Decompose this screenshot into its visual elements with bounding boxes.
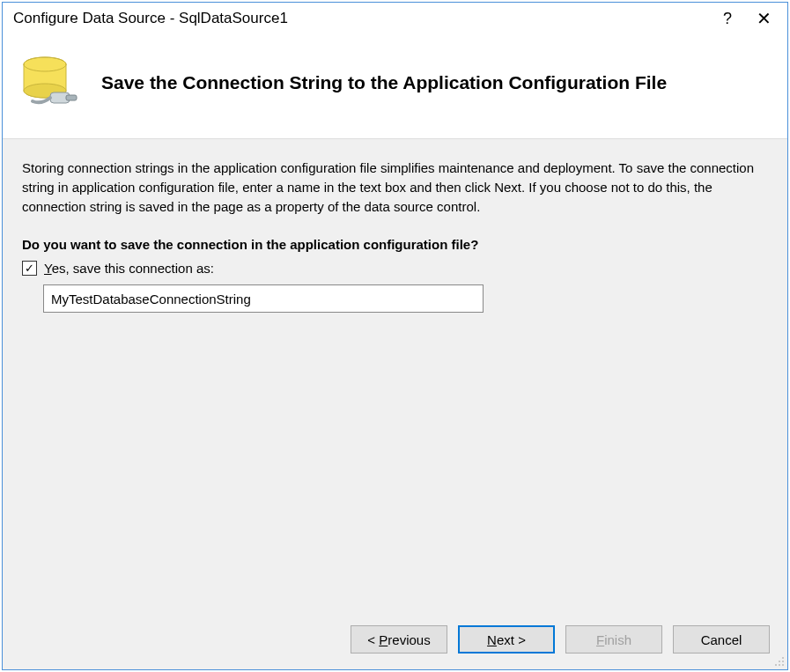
svg-point-7: [782, 661, 784, 662]
svg-point-5: [782, 657, 784, 659]
help-icon[interactable]: ?: [723, 11, 732, 26]
database-icon: [15, 48, 84, 117]
cancel-button[interactable]: Cancel: [673, 625, 770, 654]
svg-point-9: [779, 664, 780, 666]
resize-grip-icon[interactable]: [772, 654, 785, 667]
save-connection-label[interactable]: Yes, save this connection as:: [44, 261, 214, 276]
svg-point-6: [779, 661, 780, 662]
svg-point-8: [775, 664, 777, 666]
titlebar: Configure Data Source - SqlDataSource1 ?…: [3, 3, 787, 33]
close-icon[interactable]: ✕: [757, 10, 777, 27]
wizard-content: Storing connection strings in the applic…: [3, 138, 787, 613]
page-title: Save the Connection String to the Applic…: [101, 72, 667, 93]
next-button[interactable]: Next >: [458, 625, 555, 654]
finish-button: Finish: [565, 625, 662, 654]
save-connection-checkbox[interactable]: ✓: [22, 261, 37, 276]
save-connection-row: ✓ Yes, save this connection as:: [22, 261, 768, 276]
description-text: Storing connection strings in the applic…: [22, 159, 768, 216]
question-text: Do you want to save the connection in th…: [22, 237, 768, 252]
connection-name-input[interactable]: [43, 284, 484, 313]
content-spacer: [22, 313, 768, 604]
titlebar-controls: ? ✕: [723, 10, 777, 27]
previous-button[interactable]: < Previous: [351, 625, 447, 654]
svg-point-10: [782, 664, 784, 666]
svg-rect-4: [66, 95, 77, 100]
wizard-header: Save the Connection String to the Applic…: [3, 33, 787, 138]
window-title: Configure Data Source - SqlDataSource1: [13, 10, 723, 27]
wizard-window: Configure Data Source - SqlDataSource1 ?…: [2, 2, 788, 670]
wizard-footer: < Previous Next > Finish Cancel: [3, 613, 787, 669]
